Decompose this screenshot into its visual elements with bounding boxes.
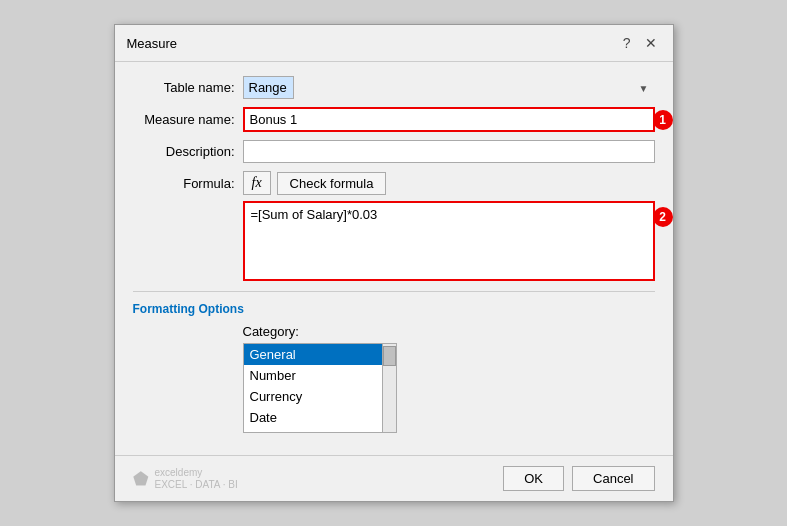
scrollbar-thumb — [383, 346, 396, 366]
watermark-icon: ⬟ — [133, 468, 149, 490]
table-name-row: Table name: Range — [133, 76, 655, 99]
check-formula-button[interactable]: Check formula — [277, 172, 387, 195]
formula-input[interactable] — [243, 201, 655, 281]
description-input[interactable] — [243, 140, 655, 163]
measure-name-wrapper: 1 — [243, 107, 655, 132]
formula-area-row: 2 — [133, 201, 655, 281]
category-label: Category: — [243, 324, 655, 339]
close-button[interactable]: ✕ — [641, 33, 661, 53]
measure-dialog: Measure ? ✕ Table name: Range Measure na… — [114, 24, 674, 502]
watermark-line2: EXCEL · DATA · BI — [155, 479, 238, 491]
ok-button[interactable]: OK — [503, 466, 564, 491]
list-item[interactable]: Date — [244, 407, 382, 428]
formula-row: Formula: fx Check formula — [133, 171, 655, 195]
list-item[interactable]: Number — [244, 365, 382, 386]
dialog-footer: ⬟ exceldemy EXCEL · DATA · BI OK Cancel — [115, 455, 673, 501]
watermark: ⬟ exceldemy EXCEL · DATA · BI — [133, 467, 238, 491]
formula-textarea-wrapper: 2 — [243, 201, 655, 281]
category-list-wrapper: General Number Currency Date — [243, 343, 655, 433]
measure-name-badge: 1 — [653, 110, 673, 130]
formatting-section-title: Formatting Options — [133, 302, 655, 316]
formula-badge: 2 — [653, 207, 673, 227]
measure-name-row: Measure name: 1 — [133, 107, 655, 132]
formula-spacer — [133, 201, 243, 281]
watermark-line1: exceldemy — [155, 467, 238, 479]
dialog-body: Table name: Range Measure name: 1 Descri… — [115, 62, 673, 443]
title-bar-buttons: ? ✕ — [619, 33, 661, 53]
help-button[interactable]: ? — [619, 33, 635, 53]
measure-name-input[interactable] — [243, 107, 655, 132]
footer-buttons: OK Cancel — [503, 466, 654, 491]
fx-button[interactable]: fx — [243, 171, 271, 195]
cancel-button[interactable]: Cancel — [572, 466, 654, 491]
description-row: Description: — [133, 140, 655, 163]
table-name-label: Table name: — [133, 80, 243, 95]
list-item[interactable]: Currency — [244, 386, 382, 407]
table-name-select[interactable]: Range — [243, 76, 294, 99]
formula-label: Formula: — [133, 176, 243, 191]
dialog-title: Measure — [127, 36, 178, 51]
list-item[interactable]: General — [244, 344, 382, 365]
separator — [133, 291, 655, 292]
title-bar: Measure ? ✕ — [115, 25, 673, 62]
watermark-text: exceldemy EXCEL · DATA · BI — [155, 467, 238, 491]
measure-name-label: Measure name: — [133, 112, 243, 127]
table-name-select-wrapper: Range — [243, 76, 655, 99]
description-label: Description: — [133, 144, 243, 159]
scrollbar[interactable] — [383, 343, 397, 433]
category-list: General Number Currency Date — [243, 343, 383, 433]
